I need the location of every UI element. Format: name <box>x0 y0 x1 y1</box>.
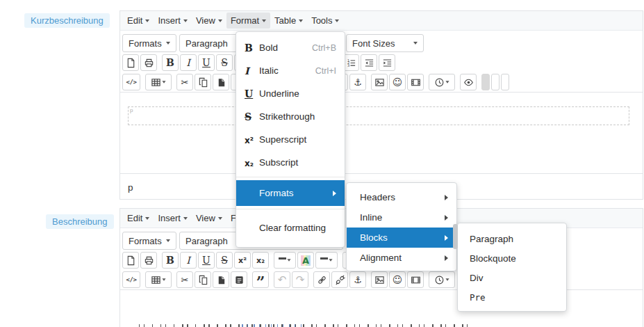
menu-item-blockquote[interactable]: Blockquote <box>458 248 566 268</box>
outdent-button[interactable] <box>361 54 377 71</box>
redo-button[interactable]: ↷ <box>292 271 308 288</box>
bold-button[interactable]: B <box>162 54 179 71</box>
media-button[interactable] <box>407 271 424 288</box>
menu-item-underline[interactable]: UUnderline <box>236 82 345 105</box>
caret-down-icon <box>445 278 449 280</box>
emoticons-button[interactable]: ☺ <box>389 74 406 90</box>
caret-down-icon <box>166 42 170 45</box>
emoticons-button[interactable]: ☺ <box>389 271 406 288</box>
menu-item-formats[interactable]: Formats <box>236 180 345 206</box>
anchor-button[interactable]: ⚓ <box>349 74 366 90</box>
field-label-beschreibung: Beschreibung <box>46 214 114 229</box>
menubar-item-edit[interactable]: Edit <box>123 13 154 29</box>
strikethrough-button[interactable]: S <box>216 252 233 269</box>
blank-1-button[interactable] <box>481 74 490 90</box>
formats-select[interactable]: Formats <box>122 232 176 250</box>
text-color-button[interactable] <box>274 252 296 269</box>
font-color-button[interactable]: A <box>297 252 314 269</box>
menubar-item-tools[interactable]: Tools <box>307 13 343 29</box>
media-icon <box>411 77 421 88</box>
print-button[interactable] <box>140 54 157 71</box>
caret-down-icon <box>287 259 290 261</box>
menubar-item-edit[interactable]: Edit <box>123 210 154 226</box>
element-path[interactable]: p <box>128 182 133 193</box>
menubar-item-label: Tools <box>311 15 332 26</box>
menu-item-clear-formatting[interactable]: Clear formatting <box>236 212 345 243</box>
insert-datetime-button[interactable] <box>429 74 455 90</box>
insert-datetime-button[interactable] <box>429 271 455 288</box>
cut-icon: ✂ <box>181 276 189 285</box>
subscript-button[interactable]: x₂ <box>252 252 269 269</box>
font-sizes-select[interactable]: Font Sizes <box>346 34 424 52</box>
menu-item-label: Headers <box>360 192 395 202</box>
undo-button[interactable]: ↶ <box>274 271 290 288</box>
menubar-item-view[interactable]: View <box>192 13 226 29</box>
button-group: ✂ <box>176 271 247 288</box>
cut-button[interactable]: ✂ <box>176 74 193 90</box>
menubar-item-insert[interactable]: Insert <box>154 13 192 29</box>
edit-area[interactable]: p <box>120 93 643 173</box>
table-button[interactable] <box>145 74 172 90</box>
menu-item-italic[interactable]: IItalicCtrl+I <box>236 59 345 82</box>
field-label-kurzbeschreibung: Kurzbeschreibung <box>24 13 110 28</box>
unlink-button[interactable] <box>331 271 348 288</box>
blank-2-button[interactable] <box>491 74 499 90</box>
menubar-item-table[interactable]: Table <box>270 13 307 29</box>
menu-item-bold[interactable]: BBoldCtrl+B <box>236 36 345 59</box>
strikethrough-button[interactable]: S <box>216 54 233 71</box>
caret-down-icon <box>183 19 188 22</box>
menubar-item-format[interactable]: Format <box>226 13 270 29</box>
formats-submenu: HeadersInlineBlocksAlignment <box>346 182 457 271</box>
source-code-button[interactable]: </> <box>122 271 140 288</box>
preview-button[interactable] <box>460 74 477 90</box>
menu-item-subscript[interactable]: x₂Subscript <box>236 151 345 174</box>
menu-item-superscript[interactable]: x²Superscript <box>236 128 345 151</box>
menu-item-alignment[interactable]: Alignment <box>347 248 456 268</box>
button-group: </> <box>122 271 140 288</box>
italic-button[interactable]: I <box>180 54 197 71</box>
table-icon <box>151 77 161 88</box>
paste-text-button[interactable] <box>231 271 247 288</box>
copy-button[interactable] <box>195 271 211 288</box>
menu-item-label: Blockquote <box>470 253 516 264</box>
underline-button[interactable]: U <box>198 252 215 269</box>
submenu-scrollbar-thumb[interactable] <box>453 224 458 249</box>
image-button[interactable] <box>371 74 388 90</box>
blank-3-button[interactable] <box>501 74 509 90</box>
formats-select[interactable]: Formats <box>122 34 176 52</box>
copy-button[interactable] <box>195 74 211 90</box>
background-color-button[interactable] <box>315 252 338 269</box>
caret-down-icon <box>335 19 339 22</box>
new-document-button[interactable] <box>122 252 139 269</box>
table-button[interactable] <box>145 271 172 288</box>
superscript-button[interactable]: x² <box>234 252 251 269</box>
menu-item-inline[interactable]: Inline <box>347 207 456 228</box>
menu-item-paragraph[interactable]: Paragraph <box>458 229 566 248</box>
menu-item-pre[interactable]: Pre <box>458 287 566 307</box>
new-document-button[interactable] <box>122 54 139 71</box>
select-value: Font Sizes <box>352 38 413 49</box>
menu-item-strikethrough[interactable]: SStrikethrough <box>236 105 345 128</box>
menu-item-div[interactable]: Div <box>458 268 566 287</box>
cut-button[interactable]: ✂ <box>176 271 193 288</box>
blockquote-button[interactable]: ” <box>252 271 269 288</box>
source-code-button[interactable]: </> <box>122 74 140 90</box>
italic-button[interactable]: I <box>180 252 197 269</box>
paste-button[interactable] <box>213 74 229 90</box>
image-button[interactable] <box>371 271 388 288</box>
bold-button[interactable]: B <box>162 252 179 269</box>
paste-button[interactable] <box>213 271 229 288</box>
caret-down-icon <box>445 81 449 83</box>
anchor-button[interactable]: ⚓ <box>349 271 366 288</box>
print-button[interactable] <box>140 252 157 269</box>
underline-button[interactable]: U <box>198 54 215 71</box>
menu-item-headers[interactable]: Headers <box>347 187 456 207</box>
media-button[interactable] <box>407 74 424 90</box>
media-icon <box>411 275 421 285</box>
indent-button[interactable] <box>379 54 395 71</box>
menubar-item-view[interactable]: View <box>192 210 226 226</box>
empty-paragraph-block[interactable]: p <box>128 106 629 125</box>
link-button[interactable] <box>313 271 330 288</box>
menubar-item-insert[interactable]: Insert <box>154 210 192 226</box>
menu-item-blocks[interactable]: Blocks <box>347 228 456 248</box>
